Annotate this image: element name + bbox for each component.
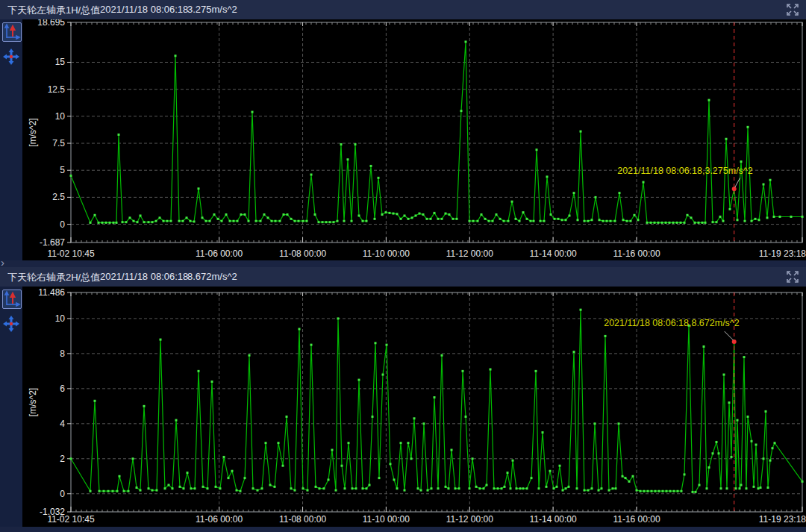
x-axis: 11-02 10:4511-06 00:0011-08 00:0011-10 0… xyxy=(47,22,806,259)
x-tick-label: 11-06 00:00 xyxy=(196,248,243,259)
y-tick-label: 8 xyxy=(60,348,65,359)
y-tick-label: 2.5 xyxy=(52,192,65,202)
chart-2-plot[interactable]: 11-02 10:4511-06 00:0011-08 00:0011-10 0… xyxy=(0,287,806,532)
x-tick-label: 11-12 00:00 xyxy=(446,514,493,525)
chart-2-title: 下天轮右轴承2H/总值 xyxy=(7,271,100,284)
y-tick-label: 15 xyxy=(55,57,66,67)
pan-move-tool-button[interactable] xyxy=(2,48,20,66)
chart-panel-2: 下天轮右轴承2H/总值 2021/11/18 08:06:18 8.672m/s… xyxy=(0,267,806,532)
chart-1-plot[interactable]: 11-02 10:4511-06 00:0011-08 00:0011-10 0… xyxy=(0,19,806,260)
y-tick-label: 2 xyxy=(60,454,65,464)
x-tick-label: 11-19 23:18 xyxy=(759,514,806,525)
y-tick-label: -1.687 xyxy=(40,237,65,248)
chart-2-cursor-timestamp: 2021/11/18 08:06:18 xyxy=(100,271,188,282)
vibration-trend-monitor: 下天轮左轴承1H/总值 2021/11/18 08:06:18 3.275m/s… xyxy=(0,0,806,532)
minor-ticks xyxy=(76,22,797,242)
x-tick-label: 11-12 00:00 xyxy=(446,248,493,259)
axis-scale-tool-button[interactable] xyxy=(2,290,22,309)
x-tick-label: 11-19 23:18 xyxy=(759,248,806,259)
cursor-point-marker xyxy=(732,339,737,344)
y-tick-label: -1.032 xyxy=(40,507,65,517)
x-tick-label: 11-14 00:00 xyxy=(530,514,577,525)
trend-series-line xyxy=(71,310,802,492)
y-tick-label: 0 xyxy=(60,219,65,230)
chart-1-body: 11-02 10:4511-06 00:0011-08 00:0011-10 0… xyxy=(0,19,806,260)
y-tick-label: 12.5 xyxy=(48,84,66,95)
axis-scale-tool-button[interactable] xyxy=(2,22,22,42)
cursor-annotation-label: 2021/11/18 08:06:18,3.275m/s^2 xyxy=(617,166,753,176)
chart-1-cursor-value: 3.275m/s^2 xyxy=(187,4,237,15)
x-tick-label: 11-08 00:00 xyxy=(279,248,326,259)
expand-arrows-icon[interactable] xyxy=(787,271,799,283)
trend-series-markers xyxy=(70,40,804,223)
x-tick-label: 11-08 00:00 xyxy=(279,514,326,525)
pan-move-tool-button[interactable] xyxy=(2,315,20,333)
gridlines xyxy=(71,22,802,242)
bottom-border-strip xyxy=(0,527,806,532)
x-tick-label: 11-10 00:00 xyxy=(363,248,410,259)
chart-2-cursor-value: 8.672m/s^2 xyxy=(187,271,237,282)
chart-panel-1: 下天轮左轴承1H/总值 2021/11/18 08:06:18 3.275m/s… xyxy=(0,0,806,260)
y-tick-label: 18.695 xyxy=(37,19,65,28)
x-tick-label: 11-10 00:00 xyxy=(363,514,410,525)
y-tick-label: 0 xyxy=(60,489,65,499)
chart-1-title: 下天轮左轴承1H/总值 xyxy=(7,4,100,17)
y-axis-unit-label: [m/s^2] xyxy=(28,118,38,146)
x-tick-label: 11-14 00:00 xyxy=(530,248,577,259)
y-tick-label: 6 xyxy=(60,384,65,394)
x-tick-label: 11-02 10:45 xyxy=(47,248,94,259)
x-tick-label: 11-16 00:00 xyxy=(613,514,660,525)
y-tick-label: 10 xyxy=(55,111,66,122)
y-axis-unit-label: [m/s^2] xyxy=(28,388,38,416)
y-axis: 18.6951512.5107.552.50-1.687 xyxy=(37,19,71,248)
chart-1-titlebar: 下天轮左轴承1H/总值 2021/11/18 08:06:18 3.275m/s… xyxy=(0,0,806,19)
chart-2-toolstrip xyxy=(0,287,22,532)
chart-1-cursor-timestamp: 2021/11/18 08:06:18 xyxy=(100,4,188,15)
plot-frame xyxy=(71,22,802,242)
annotation-leader-line xyxy=(725,331,734,340)
y-tick-label: 4 xyxy=(60,419,65,429)
y-tick-label: 5 xyxy=(60,165,65,175)
cursor-annotation-label: 2021/11/18 08:06:18,8.672m/s^2 xyxy=(604,318,740,328)
y-axis: 11.4861086420-1.032 xyxy=(38,287,71,517)
x-tick-label: 11-16 00:00 xyxy=(613,248,660,259)
x-tick-label: 11-06 00:00 xyxy=(196,514,243,525)
expand-arrows-icon[interactable] xyxy=(787,4,799,16)
trend-series-markers xyxy=(70,309,804,493)
trend-series-line xyxy=(71,42,802,222)
y-tick-label: 10 xyxy=(55,313,66,324)
cursor-point-marker xyxy=(732,187,737,191)
y-tick-label: 7.5 xyxy=(52,138,65,148)
chart-2-body: 11-02 10:4511-06 00:0011-08 00:0011-10 0… xyxy=(0,287,806,532)
y-tick-label: 11.486 xyxy=(38,287,65,298)
chart-2-titlebar: 下天轮右轴承2H/总值 2021/11/18 08:06:18 8.672m/s… xyxy=(0,267,806,287)
chart-1-toolstrip xyxy=(0,19,22,260)
panel-divider: › xyxy=(0,260,806,267)
